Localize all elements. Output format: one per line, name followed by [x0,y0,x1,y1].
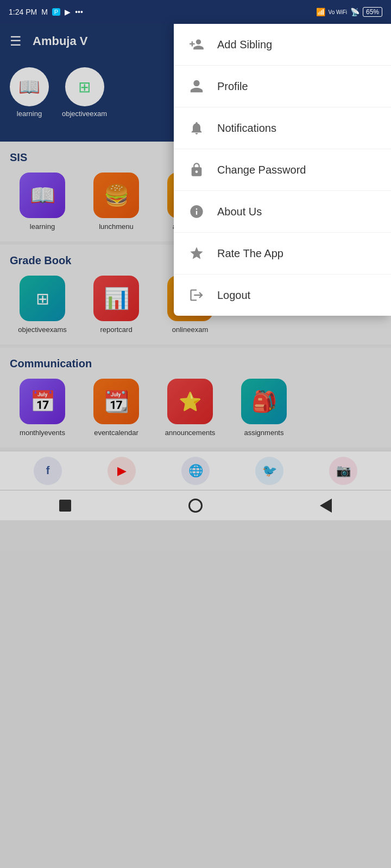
menu-notifications[interactable]: Notifications [174,107,391,149]
profile-label: Profile [217,80,248,93]
add-sibling-label: Add Sibling [217,39,272,51]
rate-the-app-label: Rate The App [217,247,283,260]
status-left: 1:24 PM M P ▶ ••• [9,8,83,16]
menu-change-password[interactable]: Change Password [174,149,391,191]
add-sibling-icon [187,35,206,54]
menu-about-us[interactable]: About Us [174,191,391,233]
profile-icon [187,76,206,96]
menu-logout[interactable]: Logout [174,275,391,316]
signal-icon: 📶 [316,8,325,16]
about-us-icon [187,202,206,221]
vowifi-icon: Vo WiFi [329,9,347,15]
gmail-icon: M [41,8,48,16]
change-password-icon [187,160,206,180]
rate-icon [187,244,206,263]
dots-icon: ••• [75,8,83,16]
menu-profile[interactable]: Profile [174,66,391,107]
about-us-label: About Us [217,206,262,218]
logout-icon [187,285,206,305]
time: 1:24 PM [9,8,37,16]
paytm-icon: P [52,8,60,16]
logout-label: Logout [217,289,250,302]
notifications-icon [187,118,206,138]
menu-rate-the-app[interactable]: Rate The App [174,233,391,275]
notifications-label: Notifications [217,122,276,135]
status-right: 📶 Vo WiFi 📡 65% [316,7,382,17]
dropdown-menu: Add Sibling Profile Notifications Change… [174,24,391,316]
play-icon: ▶ [65,8,71,16]
change-password-label: Change Password [217,164,306,176]
status-bar: 1:24 PM M P ▶ ••• 📶 Vo WiFi 📡 65% [0,0,391,24]
menu-add-sibling[interactable]: Add Sibling [174,24,391,66]
battery-icon: 65% [363,7,382,17]
wifi-icon: 📡 [350,8,360,16]
